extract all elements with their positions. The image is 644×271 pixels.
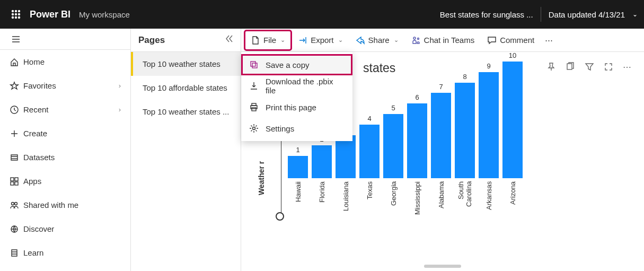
export-label: Export [311,36,333,45]
chevron-right-icon: › [119,106,121,113]
nav-label: Apps [23,177,41,186]
bar-value: 5 [391,104,395,112]
page-tab[interactable]: Top 10 affordable states [131,76,241,100]
nav-label: Shared with me [23,200,78,209]
file-button[interactable]: File ⌄ [245,31,290,49]
chevron-down-icon: ⌄ [338,37,343,43]
bar-category-label: Mississippi [413,181,421,218]
chat-teams-button[interactable]: Chat in Teams [406,31,480,49]
nav-icon [10,105,23,115]
comment-button[interactable]: Comment [482,31,540,49]
nav-icon [10,81,23,91]
bar-rect [407,103,427,178]
file-icon [251,36,260,45]
ellipsis-icon: ⋯ [545,36,553,45]
bar-alabama[interactable]: 7Alabama [431,83,451,218]
svg-rect-23 [252,108,256,111]
save-copy-item[interactable]: Save a copy [241,54,352,75]
svg-rect-20 [252,63,257,68]
app-launcher-icon[interactable] [6,5,25,24]
bar-rect [455,83,475,178]
chevron-right-icon: › [119,82,121,90]
svg-rect-19 [251,62,255,66]
report-area: File ⌄ Export ⌄ Share ⌄ Chat in Teams Co… [241,29,644,271]
svg-rect-10 [11,178,14,181]
settings-label: Settings [266,124,294,133]
share-label: Share [368,36,390,45]
nav-item-learn[interactable]: Learn [0,241,130,265]
data-updated-label[interactable]: Data updated 4/13/21 [549,10,625,19]
download-pbix-item[interactable]: Download the .pbix file [241,75,352,97]
svg-rect-13 [15,182,18,185]
chevron-down-icon: ⌄ [394,37,399,43]
svg-point-2 [19,11,20,12]
bar-rect [312,145,332,178]
svg-rect-25 [567,64,572,69]
page-tab[interactable]: Top 10 weather states [131,52,241,76]
bar-value: 9 [487,62,490,70]
pages-panel: Pages Top 10 weather statesTop 10 afford… [131,29,241,271]
save-copy-icon [249,60,259,69]
teams-icon [411,36,421,45]
bar-texas[interactable]: 4Texas [359,115,380,218]
copy-icon[interactable] [563,60,577,76]
bar-category-label: Florida [318,181,326,218]
nav-item-favorites[interactable]: Favorites› [0,74,130,98]
bar-arkansas[interactable]: 9Arkansas [479,62,499,218]
bar-south-carolina[interactable]: 8South Carolina [455,73,475,218]
pin-icon[interactable] [544,60,558,76]
bar-value: 7 [439,83,443,91]
bar-value: 1 [296,146,299,154]
hamburger-icon[interactable] [7,31,24,48]
bar-arizona[interactable]: 10Arizona [502,51,523,218]
nav-icon [10,153,23,162]
download-label: Download the .pbix file [266,77,345,95]
svg-point-17 [413,37,416,39]
settings-item[interactable]: Settings [241,118,352,139]
more-options-button[interactable]: ⋯ [542,31,556,49]
horizontal-scrollbar[interactable] [424,265,461,268]
bar-value: 8 [463,73,466,81]
bar-hawaii[interactable]: 1Hawaii [288,146,308,218]
svg-point-18 [417,38,419,39]
report-toolbar: File ⌄ Export ⌄ Share ⌄ Chat in Teams Co… [241,29,644,52]
bar-mississippi[interactable]: 6Mississippi [407,93,427,218]
chevron-down-icon[interactable]: ⌄ [632,11,638,18]
bar-georgia[interactable]: 5Georgia [383,104,403,218]
nav-item-discover[interactable]: Discover [0,217,130,241]
export-button[interactable]: Export ⌄ [293,31,348,49]
ellipsis-icon[interactable]: ⋯ [621,60,633,76]
nav-label: Datasets [23,153,55,162]
nav-item-create[interactable]: Create [0,121,130,145]
share-button[interactable]: Share ⌄ [350,31,404,49]
page-tab[interactable]: Top 10 weather states ... [131,100,241,124]
left-navigation: HomeFavorites›Recent›CreateDatasetsAppsS… [0,29,131,271]
bar-florida[interactable]: 2Florida [312,135,332,218]
chevron-down-icon: ⌄ [280,37,285,43]
nav-icon [10,248,23,258]
comment-icon [487,36,497,45]
bar-rect [336,135,356,178]
print-page-item[interactable]: Print this page [241,97,352,118]
report-title[interactable]: Best states for sunglass ... [440,10,533,19]
bar-category-label: Arkansas [485,181,493,218]
svg-point-0 [12,11,14,12]
nav-item-shared-with-me[interactable]: Shared with me [0,193,130,217]
bar-category-label: Texas [366,181,374,218]
workspace-breadcrumb[interactable]: My workspace [79,10,130,19]
focus-icon[interactable] [602,60,615,76]
filter-icon[interactable] [583,60,596,76]
bar-rect [502,62,523,178]
nav-label: Favorites [23,81,56,90]
nav-icon [10,129,23,138]
nav-item-datasets[interactable]: Datasets [0,145,130,169]
bar-category-label: Alabama [437,181,445,218]
nav-item-home[interactable]: Home [0,50,130,74]
nav-item-recent[interactable]: Recent› [0,98,130,121]
top-banner: Power BI My workspace Best states for su… [0,0,644,29]
collapse-pages-icon[interactable] [224,34,233,46]
svg-point-6 [12,17,14,19]
nav-icon [10,57,23,67]
bar-category-label: South Carolina [457,181,473,218]
nav-item-apps[interactable]: Apps [0,169,130,193]
